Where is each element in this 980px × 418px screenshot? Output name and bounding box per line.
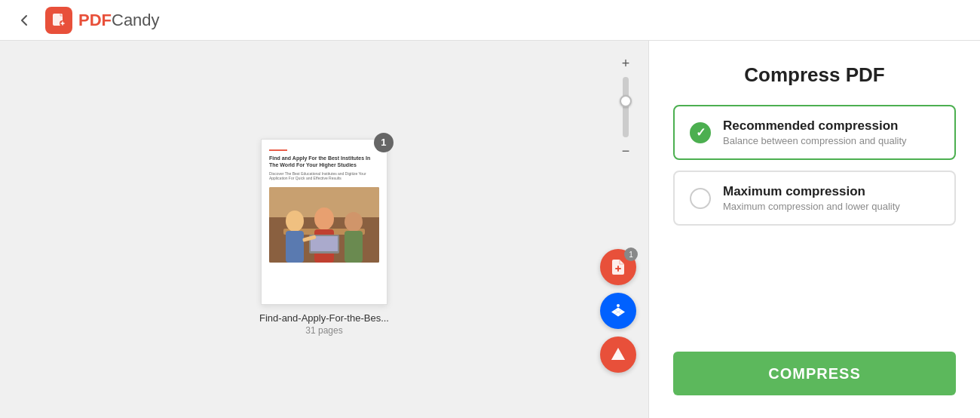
maximum-radio [690,188,711,209]
panel-title: Compress PDF [673,63,956,87]
zoom-slider[interactable] [623,77,629,137]
pdf-thumb-wrapper: ▬▬▬▬ Find and Apply For the Best Institu… [261,139,387,305]
svg-rect-6 [286,231,304,263]
pdf-thumb-image [269,187,379,263]
svg-point-9 [345,212,363,232]
maximum-compression-option[interactable]: Maximum compression Maximum compression … [673,171,956,226]
main-content: + − ▬▬▬▬ Find and Apply For the Best Ins… [0,41,980,418]
left-panel: + − ▬▬▬▬ Find and Apply For the Best Ins… [0,41,648,418]
pdf-container: ▬▬▬▬ Find and Apply For the Best Institu… [259,139,389,336]
recommended-radio [690,122,711,143]
action-buttons: 1 [600,249,636,373]
back-button[interactable] [12,8,36,32]
maximum-option-desc: Maximum compression and lower quality [723,201,900,212]
right-panel: Compress PDF Recommended compression Bal… [648,41,980,418]
pdf-page-count: 31 pages [305,325,342,336]
pdf-thumb-subtitle: Discover The Best Educational Institutes… [269,171,379,181]
page-badge: 1 [374,133,394,152]
zoom-controls: + − [615,53,636,161]
svg-rect-10 [345,231,363,263]
zoom-thumb [620,95,632,107]
logo-text: PDFCandy [78,11,160,30]
recommended-option-desc: Balance between compression and quality [723,135,907,146]
logo: PDFCandy [45,7,160,34]
pdf-filename: Find-and-Apply-For-the-Bes... [259,312,389,324]
pdf-thumb-title: Find and Apply For the Best Institutes I… [269,155,379,168]
logo-icon [45,7,72,34]
svg-point-14 [617,304,620,307]
dropbox-button[interactable] [600,293,636,329]
pdf-thumb-header: ▬▬▬▬ [269,147,379,152]
add-file-badge: 1 [624,247,638,261]
top-bar: PDFCandy [0,0,980,41]
recommended-compression-option[interactable]: Recommended compression Balance between … [673,105,956,160]
gdrive-button[interactable] [600,337,636,373]
maximum-option-title: Maximum compression [723,184,900,199]
add-file-button[interactable]: 1 [600,249,636,285]
svg-point-5 [286,211,304,232]
svg-point-7 [314,207,334,230]
compress-button[interactable]: COMPRESS [673,352,956,395]
recommended-option-title: Recommended compression [723,118,907,134]
pdf-thumbnail: ▬▬▬▬ Find and Apply For the Best Institu… [261,139,387,305]
maximum-option-text: Maximum compression Maximum compression … [723,184,900,212]
recommended-option-text: Recommended compression Balance between … [723,118,907,146]
zoom-out-button[interactable]: − [615,140,636,161]
zoom-in-button[interactable]: + [615,53,636,74]
